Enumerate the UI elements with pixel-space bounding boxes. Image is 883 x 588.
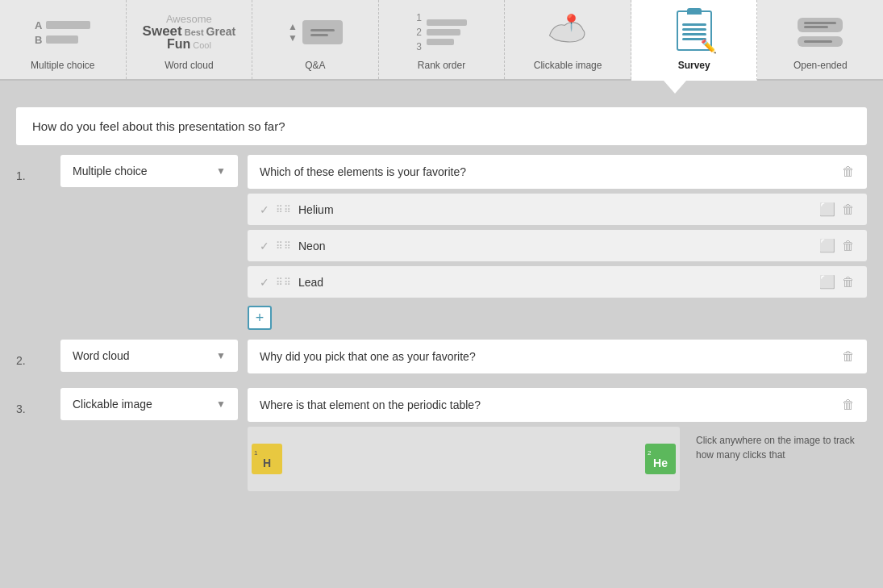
answer-actions-helium: ⬜ 🗑: [819, 202, 855, 217]
question-content-2: Why did you pick that one as your favori…: [248, 340, 867, 378]
dropdown-arrow-2[interactable]: ▼: [216, 350, 226, 361]
nav-item-qa[interactable]: ▲ ▼ Q&A: [252, 0, 379, 79]
type-label-1: Multiple choice: [73, 165, 148, 177]
periodic-hint: Click anywhere on the image to track how…: [689, 427, 867, 469]
type-label-2: Word cloud: [73, 349, 130, 362]
type-label-3: Clickable image: [73, 398, 152, 411]
periodic-table-preview: 1 H 2 He Click anywhere on the image to …: [248, 427, 867, 491]
drag-lead: ⠿⠿: [276, 277, 292, 288]
word-cloud-icon: Awesome Sweet Best Great Fun Cool: [165, 8, 213, 56]
nav-item-open-ended[interactable]: Open-ended: [757, 0, 883, 79]
question-number-2: 2.: [16, 340, 60, 367]
answer-option-neon: ✓ ⠿⠿ Neon ⬜ 🗑: [248, 230, 867, 261]
nav-label-qa: Q&A: [305, 60, 325, 71]
nav-item-clickable-image[interactable]: 📍 Clickable image: [505, 0, 631, 79]
add-answer-button[interactable]: +: [248, 306, 272, 330]
question-block-2: 2. Word cloud ▼ Why did you pick that on…: [16, 340, 867, 378]
open-ended-icon: [796, 8, 844, 56]
dropdown-arrow-1[interactable]: ▼: [216, 165, 226, 177]
answer-actions-lead: ⬜ 🗑: [819, 274, 855, 290]
nav-label-clickable-image: Clickable image: [534, 60, 602, 71]
question-text-2[interactable]: Why did you pick that one as your favori…: [248, 340, 867, 373]
delete-lead[interactable]: 🗑: [842, 275, 855, 290]
periodic-image[interactable]: 1 H 2 He: [248, 427, 680, 491]
question-block-3: 3. Clickable image ▼ Where is that eleme…: [16, 388, 867, 491]
answer-text-helium[interactable]: Helium: [298, 203, 813, 216]
question-number-1: 1.: [16, 155, 60, 182]
drag-helium: ⠿⠿: [276, 204, 292, 215]
rank-order-icon: 1 2 3: [418, 8, 466, 56]
answer-text-lead[interactable]: Lead: [298, 276, 813, 289]
nav-label-open-ended: Open-ended: [793, 60, 848, 71]
delete-question-3[interactable]: 🗑: [842, 398, 855, 412]
clickable-image-icon: 📍: [544, 8, 592, 56]
question-type-3[interactable]: Clickable image ▼: [60, 388, 238, 420]
delete-neon[interactable]: 🗑: [842, 239, 855, 253]
nav-item-multiple-choice[interactable]: A B Multiple choice: [0, 0, 127, 79]
question-text-3[interactable]: Where is that element on the periodic ta…: [248, 388, 867, 422]
nav-label-word-cloud: Word cloud: [165, 60, 213, 71]
element-tile-h: 1 H: [252, 444, 282, 474]
qa-icon: ▲ ▼: [291, 8, 339, 56]
answer-option-lead: ✓ ⠿⠿ Lead ⬜ 🗑: [248, 266, 867, 298]
nav-item-rank-order[interactable]: 1 2 3 Rank order: [379, 0, 506, 79]
multiple-choice-icon: A B: [39, 8, 87, 56]
question-content-1: Which of these elements is your favorite…: [248, 155, 867, 330]
nav-item-word-cloud[interactable]: Awesome Sweet Best Great Fun Cool Word c…: [127, 0, 253, 79]
answer-actions-neon: ⬜ 🗑: [819, 238, 855, 253]
question-block-1: 1. Multiple choice ▼ Which of these elem…: [16, 155, 867, 330]
check-neon: ✓: [260, 240, 269, 252]
delete-question-2[interactable]: 🗑: [842, 349, 855, 364]
element-tile-he: 2 He: [645, 444, 676, 474]
image-icon-helium[interactable]: ⬜: [819, 202, 835, 217]
drag-neon: ⠿⠿: [276, 240, 292, 252]
survey-editor: How do you feel about this presentation …: [0, 95, 883, 513]
question-number-3: 3.: [16, 388, 60, 415]
check-lead: ✓: [260, 276, 269, 289]
nav-label-survey: Survey: [678, 60, 710, 71]
image-icon-lead[interactable]: ⬜: [819, 274, 835, 290]
question-type-1[interactable]: Multiple choice ▼: [60, 155, 238, 187]
delete-helium[interactable]: 🗑: [842, 202, 855, 217]
survey-title[interactable]: How do you feel about this presentation …: [16, 107, 867, 145]
dropdown-arrow-3[interactable]: ▼: [216, 398, 226, 410]
check-helium: ✓: [260, 203, 269, 216]
answer-option-helium: ✓ ⠿⠿ Helium ⬜ 🗑: [248, 194, 867, 225]
question-text-1[interactable]: Which of these elements is your favorite…: [248, 155, 867, 189]
question-type-nav: A B Multiple choice Awesome Sweet Best G…: [0, 0, 883, 81]
nav-label-rank-order: Rank order: [418, 60, 465, 71]
answer-text-neon[interactable]: Neon: [298, 240, 813, 252]
nav-label-multiple-choice: Multiple choice: [31, 60, 94, 71]
nav-item-survey[interactable]: ✏️ Survey: [631, 0, 758, 81]
image-icon-neon[interactable]: ⬜: [819, 238, 835, 253]
survey-icon: ✏️: [670, 8, 718, 56]
question-content-3: Where is that element on the periodic ta…: [248, 388, 867, 491]
question-type-2[interactable]: Word cloud ▼: [60, 340, 238, 372]
delete-question-1[interactable]: 🗑: [842, 165, 855, 179]
